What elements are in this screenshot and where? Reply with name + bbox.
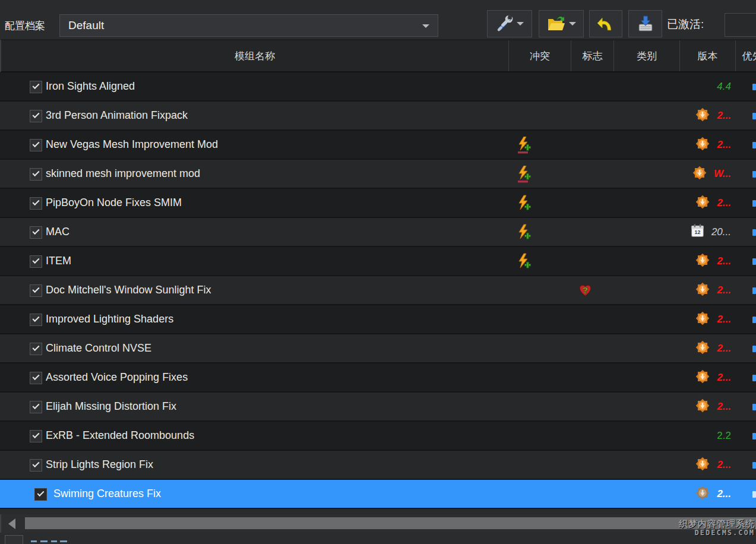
chevron-down-icon xyxy=(422,24,429,28)
activated-count-box xyxy=(725,13,756,37)
update-available-icon xyxy=(695,369,710,387)
mod-version: W... xyxy=(714,168,731,180)
conflict-overwrite-icon xyxy=(516,195,532,214)
scroll-left-arrow-icon[interactable] xyxy=(8,518,15,529)
mod-row[interactable]: ExRB - Extended Roombounds2.2 xyxy=(0,422,756,451)
activated-label: 已激活: xyxy=(667,17,704,32)
mod-enabled-checkbox[interactable] xyxy=(30,226,42,239)
update-available-icon xyxy=(695,456,710,474)
mod-name: 3rd Person Animation Fixpack xyxy=(46,102,188,129)
watermark: 织梦内容管理系统 DEDECMS.COM xyxy=(679,519,755,536)
priority-value-clipped xyxy=(752,433,756,439)
priority-value-clipped xyxy=(752,229,756,236)
mod-enabled-checkbox[interactable] xyxy=(30,168,42,181)
column-header-4[interactable]: 版本 xyxy=(680,40,736,71)
mod-enabled-checkbox[interactable] xyxy=(30,81,42,93)
clipped-text-fragment xyxy=(31,540,37,542)
mod-row[interactable]: Swiming Creatures Fix 2... xyxy=(0,480,756,509)
clipped-text-fragment xyxy=(40,540,48,542)
mod-enabled-checkbox[interactable] xyxy=(30,343,42,355)
version-cell: 2... xyxy=(679,480,735,508)
mod-row[interactable]: skinned mesh improvement mod W... xyxy=(0,160,756,189)
mod-version: 2... xyxy=(717,139,731,151)
endorsement-question-icon: ? xyxy=(578,283,592,299)
mod-name: Strip Lights Region Fix xyxy=(46,451,153,479)
version-cell: 2... xyxy=(679,189,735,217)
mod-version: 2... xyxy=(717,255,731,267)
version-cell: W... xyxy=(679,160,735,188)
mod-version: 2... xyxy=(717,110,731,122)
profile-select[interactable]: Default xyxy=(59,14,438,37)
mod-enabled-checkbox[interactable] xyxy=(30,430,42,442)
partial-checkbox[interactable] xyxy=(5,535,23,544)
scrollbar-thumb[interactable] xyxy=(25,517,756,529)
install-mod-button[interactable] xyxy=(628,10,662,37)
mod-enabled-checkbox[interactable] xyxy=(30,372,42,384)
column-header-3[interactable]: 类别 xyxy=(614,40,680,71)
mod-enabled-checkbox[interactable] xyxy=(30,110,42,122)
undo-button[interactable] xyxy=(589,10,622,37)
mod-name: New Vegas Mesh Improvement Mod xyxy=(46,131,218,159)
priority-value-clipped xyxy=(752,491,756,498)
mod-name: Improved Lighting Shaders xyxy=(46,305,173,333)
mod-row[interactable]: New Vegas Mesh Improvement Mod 2... xyxy=(0,131,756,160)
install-archive-icon xyxy=(637,15,654,33)
profile-select-value: Default xyxy=(68,19,104,32)
column-header-5[interactable]: 优先级 xyxy=(736,40,756,71)
conflict-overwrite-icon xyxy=(516,253,532,273)
mod-enabled-checkbox[interactable] xyxy=(30,197,42,210)
profile-label: 配置档案 xyxy=(5,19,45,33)
priority-value-clipped xyxy=(752,200,756,207)
date-calendar-icon: 12 xyxy=(690,223,705,241)
mod-name: Iron Sights Aligned xyxy=(46,72,135,100)
mod-name: PipBoyOn Node Fixes SMIM xyxy=(46,189,182,217)
update-available-icon xyxy=(695,194,710,212)
update-available-icon xyxy=(695,107,710,125)
mod-name: Swiming Creatures Fix xyxy=(53,480,161,508)
mod-table-header: 模组名称冲突标志类别版本优先级 xyxy=(0,39,756,72)
horizontal-scrollbar[interactable] xyxy=(0,514,756,533)
bottom-partial-panel xyxy=(0,533,756,544)
version-cell: 2.2 xyxy=(679,422,735,450)
priority-value-clipped xyxy=(752,287,756,294)
open-folder-button[interactable] xyxy=(539,10,584,37)
mod-enabled-checkbox[interactable] xyxy=(30,459,42,472)
mod-enabled-checkbox[interactable] xyxy=(30,401,42,413)
mod-name: ExRB - Extended Roombounds xyxy=(46,422,194,450)
mod-row[interactable]: Improved Lighting Shaders 2... xyxy=(0,305,756,334)
mod-organizer-window: 配置档案 Default xyxy=(0,0,756,544)
mod-row[interactable]: Climate Control NVSE 2... xyxy=(0,334,756,363)
mod-enabled-checkbox[interactable] xyxy=(34,488,47,501)
mod-row[interactable]: PipBoyOn Node Fixes SMIM 2... xyxy=(0,189,756,218)
mod-enabled-checkbox[interactable] xyxy=(30,139,42,151)
mod-version: 2... xyxy=(717,372,731,384)
mod-row[interactable]: 3rd Person Animation Fixpack 2... xyxy=(0,102,756,131)
mod-name: Doc Mitchell's Window Sunlight Fix xyxy=(46,276,211,304)
priority-value-clipped xyxy=(752,375,756,381)
tools-button[interactable] xyxy=(487,10,532,37)
mod-row[interactable]: Iron Sights Aligned4.4 xyxy=(0,72,756,102)
mod-row[interactable]: MAC 12 20... xyxy=(0,218,756,247)
update-available-icon xyxy=(695,485,710,503)
mod-name: MAC xyxy=(46,218,69,246)
clipped-text-fragment xyxy=(60,540,67,542)
mod-version: 2... xyxy=(717,284,731,296)
mod-enabled-checkbox[interactable] xyxy=(30,284,42,297)
column-header-0[interactable]: 模组名称 xyxy=(1,40,509,71)
mod-version: 20... xyxy=(711,226,731,238)
version-cell: 2... xyxy=(679,363,735,391)
mod-row[interactable]: Strip Lights Region Fix 2... xyxy=(0,451,756,480)
mod-row[interactable]: Doc Mitchell's Window Sunlight Fix ? 2..… xyxy=(0,276,756,305)
mod-row[interactable]: Elijah Missing Distortion Fix 2... xyxy=(0,393,756,422)
conflict-overwrite-overwritten-icon xyxy=(516,137,532,156)
column-header-1[interactable]: 冲突 xyxy=(509,40,571,71)
mod-version: 2... xyxy=(717,488,731,500)
mod-row[interactable]: Assorted Voice Popping Fixes 2... xyxy=(0,363,756,393)
open-folder-icon xyxy=(546,15,565,33)
mod-enabled-checkbox[interactable] xyxy=(30,255,42,268)
mod-row[interactable]: ITEM 2... xyxy=(0,247,756,276)
mod-table-body: Iron Sights Aligned4.43rd Person Animati… xyxy=(0,72,756,509)
conflict-overwrite-icon xyxy=(516,224,532,243)
mod-enabled-checkbox[interactable] xyxy=(30,314,42,326)
column-header-2[interactable]: 标志 xyxy=(571,40,614,71)
